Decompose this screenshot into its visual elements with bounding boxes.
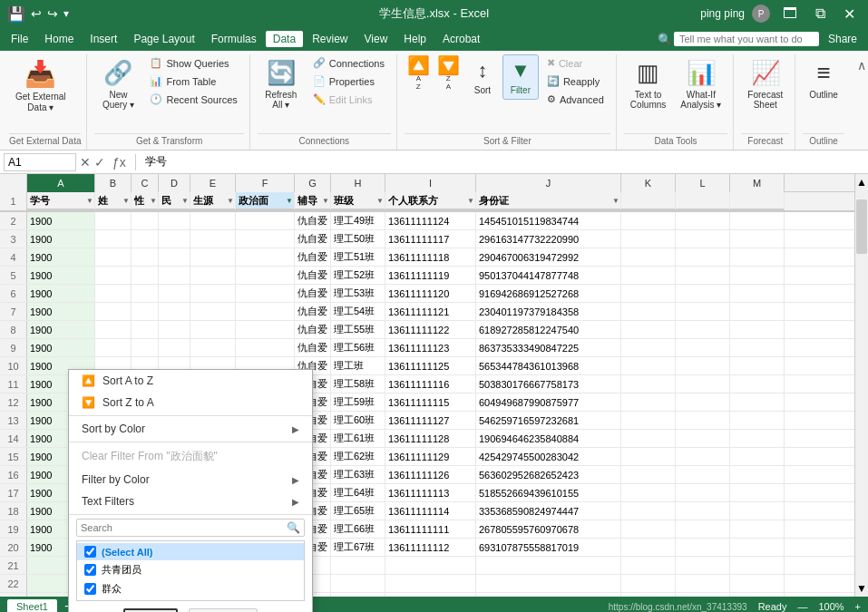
table-cell[interactable]: 863735333490847225 [476,339,621,356]
new-query-button[interactable]: 🔗 NewQuery ▾ [94,54,141,123]
table-cell[interactable]: 13611111112 [385,539,476,556]
outline-button[interactable]: ≡ Outline [803,54,844,123]
cell-F1[interactable]: 政治面 ▼ [236,192,295,210]
table-cell[interactable] [730,339,785,356]
table-cell[interactable] [132,230,159,248]
function-confirm-icon[interactable]: ✓ [94,155,105,170]
col-header-F[interactable]: F [236,174,295,192]
table-cell[interactable] [95,267,132,284]
table-cell[interactable] [236,267,295,284]
table-cell[interactable] [236,339,295,356]
table-cell[interactable] [236,285,295,302]
check-select-all[interactable]: (Select All) [77,543,304,560]
cell-C1[interactable]: 性 ▼ [132,192,159,210]
table-cell[interactable]: 518552669439610155 [476,484,621,501]
table-cell[interactable] [730,575,785,592]
table-cell[interactable] [331,593,385,597]
table-cell[interactable]: 267805595760970678 [476,520,621,538]
menu-acrobat[interactable]: Acrobat [435,31,487,47]
table-cell[interactable]: 1900 [27,248,95,266]
table-cell[interactable]: 13611111120 [385,285,476,302]
filter-arrow-A[interactable]: ▼ [86,197,93,205]
table-cell[interactable] [621,285,676,302]
table-cell[interactable] [621,212,676,229]
table-cell[interactable]: 仇自爱 [295,303,331,320]
table-cell[interactable] [730,466,785,483]
table-cell[interactable] [159,321,190,338]
table-cell[interactable]: 理工60班 [331,412,385,429]
filter-arrow-F[interactable]: ▼ [286,197,293,205]
table-cell[interactable] [676,593,730,597]
table-cell[interactable]: 理工51班 [331,248,385,266]
table-cell[interactable] [676,520,730,538]
table-cell[interactable] [621,230,676,248]
col-header-C[interactable]: C [132,174,159,192]
menu-help[interactable]: Help [396,31,434,47]
table-cell[interactable] [132,212,159,229]
table-cell[interactable]: 13611111118 [385,248,476,266]
table-cell[interactable] [676,430,730,447]
table-cell[interactable] [676,321,730,338]
table-cell[interactable] [730,484,785,501]
table-cell[interactable] [132,267,159,284]
table-cell[interactable] [730,412,785,429]
table-cell[interactable] [236,303,295,320]
table-cell[interactable] [621,539,676,556]
sheet-tab[interactable]: Sheet1 [7,599,57,612]
table-cell[interactable] [476,593,621,597]
table-cell[interactable] [621,575,676,592]
customize-icon[interactable]: ▾ [63,7,69,20]
table-cell[interactable] [190,303,236,320]
col-header-A[interactable]: A [27,174,95,192]
table-cell[interactable] [730,557,785,574]
menu-data[interactable]: Data [266,31,303,47]
cell-B1[interactable]: 姓 ▼ [95,192,132,210]
table-cell[interactable] [621,448,676,465]
table-cell[interactable]: 仇自爱 [295,212,331,229]
table-cell[interactable] [676,393,730,411]
table-cell[interactable]: 理工54班 [331,303,385,320]
table-cell[interactable] [621,393,676,411]
table-cell[interactable] [621,593,676,597]
zoom-icon[interactable]: — [797,601,807,612]
table-cell[interactable]: 693107875558817019 [476,539,621,556]
table-cell[interactable] [331,557,385,574]
table-cell[interactable] [730,393,785,411]
table-cell[interactable] [676,248,730,266]
table-cell[interactable] [190,212,236,229]
menu-formulas[interactable]: Formulas [204,31,264,47]
table-cell[interactable]: 190694646235840884 [476,430,621,447]
table-cell[interactable]: 13611111123 [385,339,476,356]
table-cell[interactable]: 1900 [27,230,95,248]
table-cell[interactable] [159,339,190,356]
col-header-G[interactable]: G [295,174,331,192]
formula-input[interactable] [141,154,864,170]
cell-E1[interactable]: 生源 ▼ [190,192,236,210]
table-cell[interactable] [676,502,730,520]
cell-I1[interactable]: 个人联系方 ▼ [385,192,476,210]
forecast-sheet-button[interactable]: 📈 ForecastSheet [741,54,789,123]
table-cell[interactable]: 604949687990875977 [476,393,621,411]
table-cell[interactable] [676,285,730,302]
table-cell[interactable] [676,484,730,501]
table-cell[interactable]: 1900 [27,212,95,229]
col-header-K[interactable]: K [621,174,676,192]
table-cell[interactable] [730,539,785,556]
table-cell[interactable]: 503830176667758173 [476,375,621,393]
col-header-E[interactable]: E [190,174,236,192]
table-cell[interactable]: 618927285812247540 [476,321,621,338]
table-cell[interactable]: 563602952682652423 [476,466,621,483]
table-cell[interactable] [676,539,730,556]
edit-links-button[interactable]: ✏️ Edit Links [307,91,391,108]
filter-by-color-item[interactable]: Filter by Color ▶ [69,469,312,491]
table-cell[interactable]: 565344784361013968 [476,357,621,374]
filter-arrow-E[interactable]: ▼ [227,197,234,205]
table-cell[interactable]: 理工67班 [331,539,385,556]
cell-L1[interactable] [676,192,730,210]
filter-arrow-H[interactable]: ▼ [376,197,384,205]
table-cell[interactable] [730,375,785,393]
table-cell[interactable]: 1900 [27,285,95,302]
table-cell[interactable] [730,448,785,465]
table-cell[interactable] [132,339,159,356]
table-cell[interactable]: 13611111125 [385,357,476,374]
